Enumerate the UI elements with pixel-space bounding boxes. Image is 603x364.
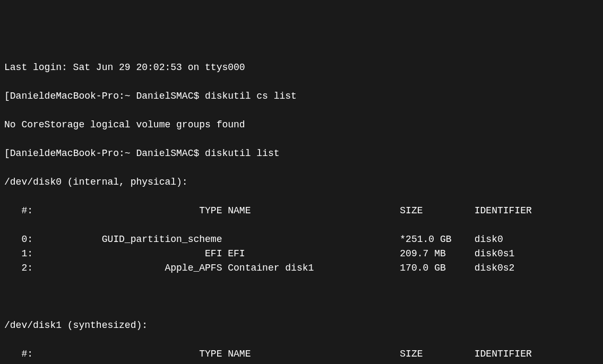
last-login-line: Last login: Sat Jun 29 20:02:53 on ttys0… xyxy=(4,60,599,75)
table-row: 1: EFI EFI 209.7 MB disk0s1 xyxy=(4,247,599,261)
prompt-line-2[interactable]: [DanieldeMacBook-Pro:~ DanielSMAC$ disku… xyxy=(4,146,599,161)
disk0-rows: 0: GUID_partition_scheme *251.0 GB disk0… xyxy=(4,232,599,275)
command-cs-list: diskutil cs list xyxy=(205,91,297,101)
disk0-header: /dev/disk0 (internal, physical): xyxy=(4,175,599,189)
prompt-line-1[interactable]: [DanieldeMacBook-Pro:~ DanielSMAC$ disku… xyxy=(4,89,599,103)
command-list: diskutil list xyxy=(205,148,279,159)
table-row: 2: Apple_APFS Container disk1 170.0 GB d… xyxy=(4,261,599,275)
cs-list-output: No CoreStorage logical volume groups fou… xyxy=(4,118,599,132)
prompt-prefix: DanieldeMacBook-Pro:~ DanielSMAC$ xyxy=(10,148,199,159)
prompt-prefix: DanieldeMacBook-Pro:~ DanielSMAC$ xyxy=(10,91,199,101)
disk1-header: /dev/disk1 (synthesized): xyxy=(4,318,599,333)
disk0-col-headers: #: TYPE NAME SIZE IDENTIFIER xyxy=(4,204,599,218)
blank-line xyxy=(4,290,599,304)
disk1-col-headers: #: TYPE NAME SIZE IDENTIFIER xyxy=(4,347,599,361)
table-row: 0: GUID_partition_scheme *251.0 GB disk0 xyxy=(4,232,599,247)
